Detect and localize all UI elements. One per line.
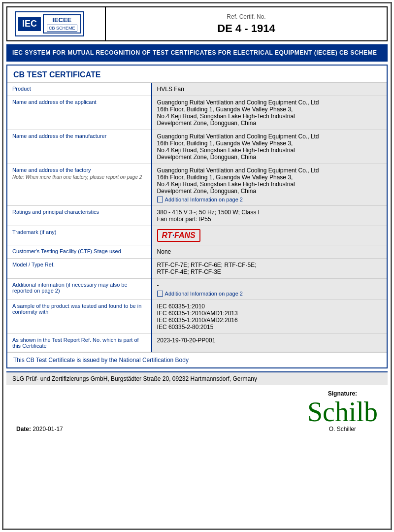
value-model: RTF-CF-7E; RTF-CF-6E; RTF-CF-5E; RTF-CF-… xyxy=(152,259,387,279)
value-factory: Guangdong Ruitai Ventilation and Cooling… xyxy=(152,164,387,206)
table-row: Customer's Testing Facility (CTF) Stage … xyxy=(7,245,387,259)
blue-banner: IEC SYSTEM FOR MUTUAL RECOGNITION OF TES… xyxy=(6,44,388,62)
table-row: As shown in the Test Report Ref. No. whi… xyxy=(7,334,387,352)
label-additional: Additional information (if necessary may… xyxy=(7,279,152,300)
ref-label: Ref. Certif. No. xyxy=(227,13,265,20)
table-row: Additional information (if necessary may… xyxy=(7,279,387,300)
issuer-bar: SLG Prüf- und Zertifizierungs GmbH, Burg… xyxy=(6,371,388,385)
table-row: Ratings and principal characteristics 38… xyxy=(7,206,387,226)
date-label: Date: xyxy=(16,426,31,432)
iecee-text: IECEE xyxy=(52,16,71,24)
label-ctf: Customer's Testing Facility (CTF) Stage … xyxy=(7,245,152,259)
label-ratings: Ratings and principal characteristics xyxy=(7,206,152,226)
label-model: Model / Type Ref. xyxy=(7,259,152,279)
label-conformity: A sample of the product was tested and f… xyxy=(7,300,152,334)
value-manufacturer: Guangdong Ruitai Ventilation and Cooling… xyxy=(152,130,387,164)
sig-label: Signature: xyxy=(328,390,357,397)
table-row: A sample of the product was tested and f… xyxy=(7,300,387,334)
table-row: Product HVLS Fan xyxy=(7,83,387,96)
checkbox-icon-2 xyxy=(157,291,163,297)
value-test-report: 2023-19-70-20-PP001 xyxy=(152,334,387,352)
cert-title: CB TEST CERTIFICATE xyxy=(7,66,387,83)
label-applicant: Name and address of the applicant xyxy=(7,96,152,130)
label-test-report: As shown in the Test Report Ref. No. whi… xyxy=(7,334,152,352)
table-row: Name and address of the manufacturer Gua… xyxy=(7,130,387,164)
ref-section: Ref. Certif. No. DE 4 - 1914 xyxy=(106,7,387,40)
table-row: Name and address of the applicant Guangd… xyxy=(7,96,387,130)
iecee-box: IECEE CB SCHEME xyxy=(43,14,81,33)
value-product: HVLS Fan xyxy=(152,83,387,96)
ref-number: DE 4 - 1914 xyxy=(217,22,275,35)
factory-note: Note: When more than one factory, please… xyxy=(12,174,146,180)
label-manufacturer: Name and address of the manufacturer xyxy=(7,130,152,164)
factory-additional-link[interactable]: Additional Information on page 2 xyxy=(157,197,382,202)
iec-logo: IEC IECEE CB SCHEME xyxy=(15,11,84,36)
additional-info-link[interactable]: Additional Information on page 2 xyxy=(157,291,382,297)
value-applicant: Guangdong Ruitai Ventilation and Cooling… xyxy=(152,96,387,130)
value-additional: - Additional Information on page 2 xyxy=(152,279,387,300)
cb-scheme-text: CB SCHEME xyxy=(47,25,77,32)
value-ratings: 380 - 415 V 3~; 50 Hz; 1500 W; Class I F… xyxy=(152,206,387,226)
header: IEC IECEE CB SCHEME Ref. Certif. No. DE … xyxy=(6,6,388,41)
signature-block: Signature: Schilb O. Schiller xyxy=(307,390,378,432)
value-trademark: RT·FANS xyxy=(152,226,387,245)
cert-table: Product HVLS Fan Name and address of the… xyxy=(7,83,387,352)
checkbox-icon xyxy=(157,197,163,202)
certificate-container: IEC IECEE CB SCHEME Ref. Certif. No. DE … xyxy=(2,2,392,530)
table-row: Trademark (if any) RT·FANS xyxy=(7,226,387,245)
value-ctf: None xyxy=(152,245,387,259)
label-trademark: Trademark (if any) xyxy=(7,226,152,245)
date-section: Date: 2020-01-17 xyxy=(16,426,63,432)
logo-section: IEC IECEE CB SCHEME xyxy=(7,7,106,40)
label-product: Product xyxy=(7,83,152,96)
certificate-box: CB TEST CERTIFICATE Product HVLS Fan Nam… xyxy=(6,65,388,368)
signature-section: Date: 2020-01-17 Signature: Schilb O. Sc… xyxy=(6,385,388,437)
cert-footer: This CB Test Certificate is issued by th… xyxy=(7,352,387,367)
table-row: Name and address of the factory Note: Wh… xyxy=(7,164,387,206)
signature-image: Schilb xyxy=(307,398,378,426)
label-factory: Name and address of the factory Note: Wh… xyxy=(7,164,152,206)
value-conformity: IEC 60335-1:2010 IEC 60335-1:2010/AMD1:2… xyxy=(152,300,387,334)
date-value: 2020-01-17 xyxy=(33,426,63,432)
table-row: Model / Type Ref. RTF-CF-7E; RTF-CF-6E; … xyxy=(7,259,387,279)
iec-text: IEC xyxy=(18,17,41,31)
rt-fans-logo: RT·FANS xyxy=(157,229,200,242)
